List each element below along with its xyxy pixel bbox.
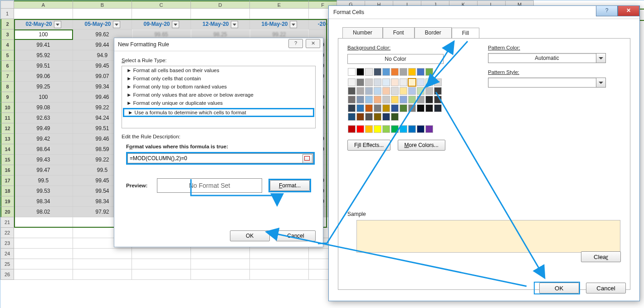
color-swatch[interactable] xyxy=(356,96,364,103)
color-swatch[interactable] xyxy=(374,125,381,133)
data-cell[interactable]: 99.41 xyxy=(14,40,73,50)
data-cell[interactable]: 100 xyxy=(14,92,73,103)
color-swatch[interactable] xyxy=(356,125,364,133)
color-swatch[interactable] xyxy=(425,104,433,112)
col-header-D[interactable]: D xyxy=(191,0,250,9)
empty-cell[interactable] xyxy=(73,259,132,269)
empty-cell[interactable] xyxy=(14,217,73,228)
empty-cell[interactable] xyxy=(250,269,309,280)
empty-cell[interactable] xyxy=(250,259,309,269)
data-cell[interactable]: 99.51 xyxy=(14,61,73,71)
color-swatch[interactable] xyxy=(391,78,399,86)
color-swatch[interactable] xyxy=(391,113,399,121)
filter-dropdown-icon[interactable] xyxy=(113,21,120,28)
data-cell[interactable]: 98.34 xyxy=(14,196,73,207)
data-cell[interactable]: 99.53 xyxy=(14,186,73,196)
row-header-2[interactable]: 2 xyxy=(0,19,14,29)
color-swatch[interactable] xyxy=(425,87,433,95)
color-swatch[interactable] xyxy=(434,96,442,103)
color-swatch[interactable] xyxy=(348,104,356,112)
color-swatch[interactable] xyxy=(408,68,416,76)
color-swatch[interactable] xyxy=(417,87,424,95)
data-cell[interactable]: 99.5 xyxy=(14,176,73,186)
col-header-C[interactable]: C xyxy=(132,0,191,9)
empty-cell[interactable] xyxy=(73,269,132,280)
col-header-B[interactable]: B xyxy=(73,0,132,9)
tab-fill[interactable]: Fill xyxy=(452,28,479,39)
data-cell[interactable]: 98.02 xyxy=(14,207,73,217)
rule-type-option[interactable]: ► Format only values that are above or b… xyxy=(122,91,315,99)
tab-font[interactable]: Font xyxy=(383,27,415,38)
empty-cell[interactable] xyxy=(73,249,132,259)
color-swatch[interactable] xyxy=(374,96,381,103)
color-swatch[interactable] xyxy=(365,68,373,76)
format-button[interactable]: Format... xyxy=(270,180,310,191)
empty-cell[interactable] xyxy=(191,249,250,259)
empty-cell[interactable] xyxy=(132,259,191,269)
color-swatch[interactable] xyxy=(356,68,364,76)
row-header-9[interactable]: 9 xyxy=(0,92,14,103)
color-swatch[interactable] xyxy=(348,96,356,103)
empty-cell[interactable] xyxy=(14,238,73,249)
fc-cancel-button[interactable]: Cancel xyxy=(586,283,626,293)
chevron-down-icon[interactable] xyxy=(596,54,605,63)
color-swatch[interactable] xyxy=(417,125,424,133)
color-swatch[interactable] xyxy=(391,104,399,112)
color-swatch[interactable] xyxy=(417,96,424,103)
tab-border[interactable]: Border xyxy=(415,27,452,38)
nfr-cancel-button[interactable]: Cancel xyxy=(276,230,316,241)
cell[interactable] xyxy=(191,9,250,19)
color-swatch[interactable] xyxy=(374,113,381,121)
row-header-8[interactable]: 8 xyxy=(0,82,14,92)
range-selector-icon[interactable] xyxy=(302,154,312,163)
data-cell[interactable]: 99.42 xyxy=(14,134,73,144)
empty-cell[interactable] xyxy=(132,249,191,259)
color-swatch[interactable] xyxy=(425,96,433,103)
color-swatch[interactable] xyxy=(417,78,424,86)
fc-ok-button[interactable]: OK xyxy=(539,283,579,293)
color-swatch[interactable] xyxy=(348,68,356,76)
date-header-cell[interactable]: 09-May-20 xyxy=(132,19,191,29)
data-cell[interactable]: 99.43 xyxy=(14,155,73,165)
filter-dropdown-icon[interactable] xyxy=(231,21,238,28)
color-swatch[interactable] xyxy=(356,104,364,112)
col-header-A[interactable]: A xyxy=(14,0,73,9)
color-swatch[interactable] xyxy=(408,104,416,112)
data-cell[interactable]: 99.49 xyxy=(14,123,73,134)
color-swatch[interactable] xyxy=(382,96,390,103)
color-swatch[interactable] xyxy=(408,96,416,103)
color-swatch[interactable] xyxy=(382,113,390,121)
row-header-14[interactable]: 14 xyxy=(0,144,14,155)
color-swatch[interactable] xyxy=(348,113,356,121)
tab-number[interactable]: Number xyxy=(342,27,383,38)
row-header-16[interactable]: 16 xyxy=(0,165,14,176)
help-icon[interactable]: ? xyxy=(596,6,618,16)
empty-cell[interactable] xyxy=(132,269,191,280)
color-swatch[interactable] xyxy=(374,68,381,76)
date-header-cell[interactable]: 16-May-20 xyxy=(250,19,309,29)
color-swatch[interactable] xyxy=(382,68,390,76)
color-swatch[interactable] xyxy=(348,78,356,86)
color-swatch[interactable] xyxy=(365,104,373,112)
chevron-down-icon[interactable] xyxy=(596,78,605,87)
color-swatch[interactable] xyxy=(417,104,424,112)
color-swatch[interactable] xyxy=(391,87,399,95)
rule-type-option[interactable]: ► Format all cells based on their values xyxy=(122,66,315,74)
row-header-24[interactable]: 24 xyxy=(0,249,14,259)
color-swatch[interactable] xyxy=(356,113,364,121)
empty-cell[interactable] xyxy=(191,269,250,280)
cell[interactable] xyxy=(250,9,309,19)
color-swatch[interactable] xyxy=(391,68,399,76)
filter-dropdown-icon[interactable] xyxy=(172,21,179,28)
empty-cell[interactable] xyxy=(14,259,73,269)
empty-cell[interactable] xyxy=(191,259,250,269)
color-swatch[interactable] xyxy=(400,104,407,112)
color-swatch[interactable] xyxy=(365,113,373,121)
more-colors-button[interactable]: More Colors... xyxy=(398,140,445,151)
data-cell[interactable]: 100 xyxy=(14,29,73,40)
color-swatch[interactable] xyxy=(348,87,356,95)
formula-input[interactable] xyxy=(127,153,313,163)
rule-type-option[interactable]: ► Format only cells that contain xyxy=(122,74,315,83)
data-cell[interactable]: 95.92 xyxy=(14,50,73,61)
nfr-ok-button[interactable]: OK xyxy=(230,230,270,241)
